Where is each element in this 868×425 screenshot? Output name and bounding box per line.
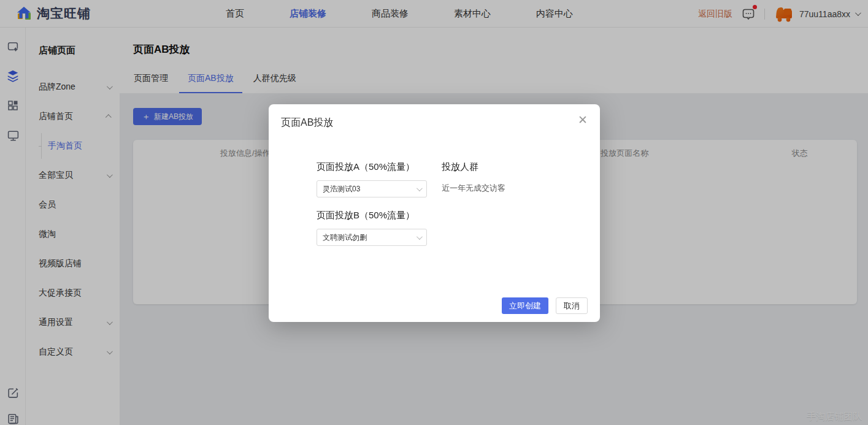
page-a-select[interactable]: 灵浩测试03: [317, 180, 427, 197]
chevron-down-icon: [417, 234, 423, 240]
field-a-label: 页面投放A（50%流量）: [317, 161, 427, 173]
cancel-button[interactable]: 取消: [556, 297, 588, 314]
field-b-label: 页面投放B（50%流量）: [317, 210, 427, 221]
page-b-select[interactable]: 文聘测试勿删: [317, 229, 427, 246]
chevron-down-icon: [417, 185, 423, 191]
close-icon[interactable]: ✕: [575, 113, 590, 128]
modal-title: 页面AB投放: [281, 117, 333, 129]
modal-form-right: 投放人群 近一年无成交访客: [442, 161, 505, 194]
audience-value: 近一年无成交访客: [442, 183, 505, 194]
modal-footer: 立即创建 取消: [502, 297, 588, 314]
create-now-button[interactable]: 立即创建: [502, 297, 548, 314]
audience-label: 投放人群: [442, 161, 505, 173]
ab-delivery-modal: 页面AB投放 ✕ 页面投放A（50%流量） 灵浩测试03 页面投放B（50%流量…: [269, 104, 600, 322]
modal-form-left: 页面投放A（50%流量） 灵浩测试03 页面投放B（50%流量） 文聘测试勿删: [317, 161, 427, 246]
